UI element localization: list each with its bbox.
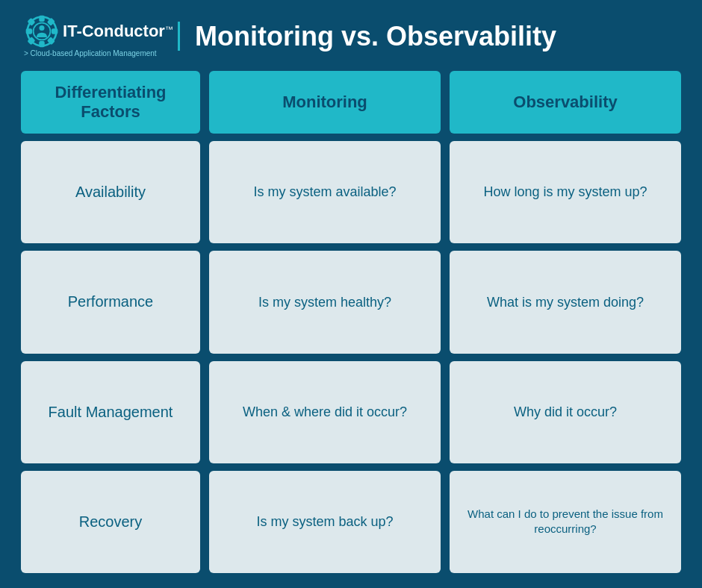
observability-performance: What is my system doing?	[450, 251, 681, 353]
page-title: Monitoring vs. Observability	[195, 22, 681, 51]
svg-point-10	[40, 25, 45, 31]
monitoring-availability: Is my system available?	[209, 141, 441, 243]
row-fault-management: Fault Management When & where did it occ…	[21, 361, 681, 463]
row-recovery: Recovery Is my system back up? What can …	[21, 471, 681, 573]
factor-availability: Availability	[21, 141, 200, 243]
logo-box: IT-Conductor™	[25, 15, 173, 48]
factor-performance: Performance	[21, 251, 200, 353]
col-header-monitoring: Monitoring	[209, 71, 441, 134]
svg-rect-1	[40, 16, 43, 21]
svg-rect-4	[52, 29, 57, 33]
grid-header-row: Differentiating Factors Monitoring Obser…	[21, 71, 681, 134]
observability-availability: How long is my system up?	[450, 141, 681, 243]
logo-area: IT-Conductor™ > Cloud-based Application …	[21, 15, 178, 57]
svg-point-9	[34, 23, 51, 40]
title-area: Monitoring vs. Observability	[178, 22, 681, 51]
row-performance: Performance Is my system healthy? What i…	[21, 251, 681, 353]
main-container: IT-Conductor™ > Cloud-based Application …	[0, 0, 702, 588]
col-header-observability: Observability	[450, 71, 681, 134]
svg-rect-2	[40, 42, 43, 46]
logo-subtitle: > Cloud-based Application Management	[24, 49, 157, 57]
monitoring-fault-management: When & where did it occur?	[209, 361, 441, 463]
header: IT-Conductor™ > Cloud-based Application …	[21, 15, 681, 57]
monitoring-performance: Is my system healthy?	[209, 251, 441, 353]
observability-recovery: What can I do to prevent the issue from …	[450, 471, 681, 573]
row-availability: Availability Is my system available? How…	[21, 141, 681, 243]
factor-fault-management: Fault Management	[21, 361, 200, 463]
observability-fault-management: Why did it occur?	[450, 361, 681, 463]
gear-icon	[25, 15, 58, 48]
logo-name: IT-Conductor™	[63, 22, 173, 41]
grid-section: Differentiating Factors Monitoring Obser…	[21, 71, 681, 573]
svg-rect-3	[27, 29, 31, 33]
monitoring-recovery: Is my system back up?	[209, 471, 441, 573]
col-header-factors: Differentiating Factors	[21, 71, 200, 134]
factor-recovery: Recovery	[21, 471, 200, 573]
